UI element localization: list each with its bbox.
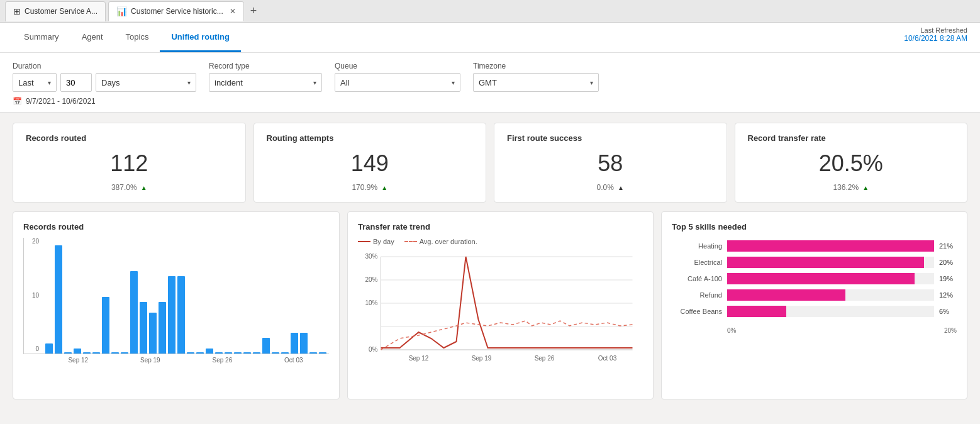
skill-label: Heating [672,242,722,250]
metric-cards: Records routed 112 387.0% ▲ Routing atte… [13,123,967,203]
skill-pct: 21% [939,242,957,250]
queue-filter: Queue All ▾ [335,62,460,92]
avg-dashed-icon [404,241,417,242]
timezone-label: Timezone [473,62,599,70]
chevron-down-icon: ▾ [187,79,191,86]
last-refreshed: Last Refreshed 10/6/2021 8:28 AM [904,26,967,43]
routing-attempts-title: Routing attempts [267,133,474,143]
svg-text:Sep 19: Sep 19 [472,355,492,362]
skill-bar-fill [727,240,934,252]
record-type-label: Record type [209,62,322,70]
skill-label: Refund [672,291,722,299]
metric-card-transfer-rate: Record transfer rate 20.5% 136.2% ▲ [735,123,968,203]
first-route-footer: 0.0% ▲ [507,183,714,192]
tab-topics[interactable]: Topics [114,23,160,52]
bar [300,333,308,354]
skill-row: Heating21% [672,240,957,252]
bar [234,352,242,354]
skill-bar-fill [727,257,924,268]
duration-controls: Last ▾ Days ▾ [13,73,196,92]
bar [243,352,251,354]
bar [74,349,81,354]
bar [64,352,72,354]
records-routed-chart: Records routed 20 10 0 Sep 12 Sep 19 Sep… [13,211,340,399]
bar [92,352,100,354]
chart-legend: By day Avg. over duration. [358,238,643,245]
chevron-down-icon: ▾ [452,79,455,86]
svg-text:20%: 20% [365,276,377,283]
svg-text:Oct 03: Oct 03 [598,355,617,362]
records-routed-footer: 387.0% ▲ [26,183,233,192]
skill-bar-fill [727,306,786,317]
skill-label: Coffee Beans [672,308,722,315]
records-routed-title: Records routed [26,133,233,143]
skill-bar-track [727,273,934,284]
app-tab[interactable]: ⊞ Customer Service A... [5,1,106,21]
bar [102,297,109,354]
queue-select[interactable]: All ▾ [335,73,460,92]
skill-bar-fill [727,273,915,284]
duration-unit-select[interactable]: Days ▾ [96,73,196,92]
bar-chart-container: 20 10 0 Sep 12 Sep 19 Sep 26 Oct 03 [23,238,329,376]
tab-summary[interactable]: Summary [13,23,70,52]
transfer-chart-title: Transfer rate trend [358,222,643,232]
svg-text:Sep 26: Sep 26 [535,355,555,362]
bar [168,276,175,354]
skill-bars: Heating21%Electrical20%Café A-10019%Refu… [672,238,957,325]
bar-chart-area: 20 10 0 [23,238,329,354]
first-route-title: First route success [507,133,714,143]
legend-by-day: By day [358,238,394,245]
transfer-rate-value: 20.5% [748,150,955,177]
transfer-rate-chart: Transfer rate trend By day Avg. over dur… [347,211,654,399]
bar [281,352,289,354]
bar [121,352,128,354]
skill-bar-track [727,306,934,317]
duration-filter: Duration Last ▾ Days ▾ [13,62,196,92]
skill-bar-track [727,289,934,301]
bars-wrapper [43,238,329,354]
bar [140,302,147,354]
skill-pct: 12% [939,291,957,299]
trend-up-icon: ▲ [381,184,387,191]
records-chart-title: Records routed [23,222,329,232]
bar [83,352,91,354]
skill-row: Coffee Beans6% [672,306,957,317]
routing-attempts-value: 149 [267,150,474,177]
new-tab-button[interactable]: + [247,4,261,18]
routing-attempts-footer: 170.9% ▲ [267,183,474,192]
metric-card-first-route: First route success 58 0.0% ▲ [494,123,727,203]
line-chart-container: 30% 20% 10% 0% Sep 12 Sep 19 Sep 26 Oct … [358,250,643,389]
skill-row: Café A-10019% [672,273,957,284]
bar [177,276,185,354]
bar [111,352,119,354]
tab-agent[interactable]: Agent [70,23,114,52]
records-routed-value: 112 [26,150,233,177]
bar [319,352,326,354]
bar [291,333,298,354]
record-type-select[interactable]: incident ▾ [209,73,322,92]
bar [187,352,194,354]
timezone-select[interactable]: GMT ▾ [473,73,599,92]
tab-unified-routing[interactable]: Unified routing [160,23,240,52]
bar-chart-yaxis: 20 10 0 [24,238,39,354]
browser-tab-bar: ⊞ Customer Service A... 📊 Customer Servi… [0,0,980,23]
duration-value-input[interactable] [60,73,92,92]
bar [215,352,223,354]
report-tab[interactable]: 📊 Customer Service historic... ✕ [108,1,244,21]
svg-text:Sep 12: Sep 12 [409,355,429,362]
transfer-rate-title: Record transfer rate [748,133,955,143]
svg-text:10%: 10% [365,299,377,306]
skill-row: Electrical20% [672,257,957,268]
close-tab-button[interactable]: ✕ [230,7,236,16]
legend-avg: Avg. over duration. [404,238,477,245]
date-range: 📅 9/7/2021 - 10/6/2021 [13,97,967,106]
skill-row: Refund12% [672,289,957,301]
queue-label: Queue [335,62,460,70]
duration-qualifier-select[interactable]: Last ▾ [13,73,57,92]
by-day-line-icon [358,241,370,242]
content-area: Records routed 112 387.0% ▲ Routing atte… [0,113,980,410]
report-tab-label: Customer Service historic... [131,7,223,16]
line-chart-svg: 30% 20% 10% 0% Sep 12 Sep 19 Sep 26 Oct … [358,250,643,370]
skills-chart-title: Top 5 skills needed [672,222,957,232]
bar [149,313,157,354]
